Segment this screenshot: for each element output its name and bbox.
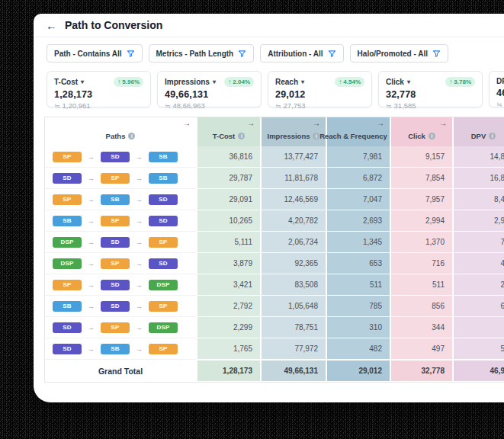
impressions-value: 4,20,782 [260,210,326,232]
metric-dropdown[interactable]: Impressions ▾ [165,78,216,86]
t-cost-value: 2,792 [196,296,260,317]
t-cost-value: 29,787 [196,168,260,189]
t-cost-value: 2,299 [196,317,260,338]
chevron-down-icon: ▾ [81,79,84,85]
compare-icon: ≒ [496,101,502,108]
metric-card: Reach ▾ ↑ 4.54% 29,012 ≒ 27,753 [268,71,372,107]
reach-value: 6,872 [326,168,390,189]
channel-badge: SB [149,173,178,184]
path-cell: SD→SB→SP [45,338,196,360]
table-row: SP→SB→SD29,09112,46,5697,0477,9578,4 [45,189,504,210]
chevron-down-icon: ▾ [301,79,304,85]
page-title: Path to Conversion [65,19,162,31]
channel-badge: SP [53,152,82,162]
table-row: SP→SD→DSP3,42183,5085115112 [45,274,504,296]
reach-value: 482 [326,338,390,360]
impressions-value: 11,81,678 [260,168,326,189]
channel-badge: SP [101,216,130,226]
click-value: 7,957 [390,189,452,210]
click-value: 856 [390,296,452,317]
arrow-right-icon: → [136,324,143,332]
impressions-value: 12,46,569 [260,189,326,210]
reach-value: 7,047 [326,189,390,210]
click-value: 344 [390,317,452,338]
table-row: SD→SP→DSP2,29978,751310344 [45,317,504,338]
arrow-right-icon: → [136,281,143,289]
t-cost-value: 3,421 [196,274,260,296]
click-value: 7,854 [390,168,452,189]
filter-funnel-icon [127,50,135,58]
column-arrow-icon[interactable]: → [183,120,191,127]
up-arrow-icon: ↑ [117,79,120,85]
t-cost-value: 29,091 [196,189,260,210]
metric-dropdown[interactable]: DPV ▾ [496,77,504,85]
reach-value: 1,345 [326,232,390,253]
click-value: 2,994 [390,210,452,232]
column-label: DPV [471,132,486,140]
filter-chip[interactable]: Halo/Promoted - All [350,44,448,62]
reach-value: 310 [326,317,390,338]
grand-total-click: 32,778 [390,360,452,382]
impressions-value: 83,508 [260,274,326,296]
table-row: SB→SD→SP2,7921,05,6487858566 [45,296,504,317]
channel-badge: SP [149,301,178,312]
filter-funnel-icon [432,50,441,58]
filter-label: Halo/Promoted - All [358,50,428,58]
metric-dropdown[interactable]: Reach ▾ [275,78,304,86]
impressions-value: 78,751 [260,317,326,338]
table-row: SD→SP→SB29,78711,81,6786,8727,85416,8 [45,168,504,189]
path-cell: SB→SP→SD [45,210,196,232]
filter-chip[interactable]: Metrics - Path Length [149,44,255,62]
dpv-value: 16,8 [452,168,504,189]
title-bar: ← Path to Conversion [34,14,504,37]
t-cost-value: 10,265 [196,210,260,232]
filter-chip[interactable]: Path - Contains All [47,44,143,62]
metric-label: Impressions [165,78,210,86]
metric-label: Click [386,78,404,86]
grand-total-row: Grand Total 1,28,173 49,66,131 29,012 32… [45,360,504,382]
column-arrow-icon[interactable]: → [439,120,447,127]
metric-dropdown[interactable]: Click ▾ [386,78,410,86]
column-label: Click [408,132,425,140]
metric-card: T-Cost ▾ ↑ 5.96% 1,28,173 ≒ 1,20,961 [47,71,151,107]
back-arrow-icon[interactable]: ← [46,20,57,31]
change-value: 2.04% [233,79,250,85]
column-arrow-icon[interactable]: → [247,120,255,127]
t-cost-value: 1,765 [196,338,260,360]
previous-value: 27,753 [284,101,306,110]
grand-total-t-cost: 1,28,173 [196,360,260,382]
column-arrow-icon[interactable]: → [313,120,320,127]
filter-chip[interactable]: Attribution - All [260,44,343,62]
arrow-right-icon: → [136,260,143,268]
reach-value: 785 [326,296,390,317]
column-header-dpv: DPVi [452,117,504,146]
column-label: T-Cost [213,132,236,140]
dpv-value: 7 [452,232,504,253]
arrow-right-icon: → [88,217,95,225]
dpv-value: 6 [452,296,504,317]
channel-badge: SB [53,216,82,226]
table-body: SP→SD→SB36,81613,77,4277,9819,15714,8SD→… [45,146,504,360]
column-arrow-icon[interactable]: → [377,120,384,127]
change-value: 4.54% [343,79,361,85]
previous-value: 48,66,963 [173,101,205,110]
channel-badge: SB [101,344,130,354]
dpv-value: 14,8 [452,146,504,168]
t-cost-value: 3,879 [196,253,260,274]
arrow-right-icon: → [88,324,95,332]
channel-badge: SP [101,258,130,269]
impressions-value: 92,365 [260,253,326,274]
dpv-value: 4 [452,253,504,274]
metric-label: DPV [496,77,504,85]
column-header-t-cost: → T-Costi [196,117,260,146]
column-label: Impressions [268,132,310,140]
channel-badge: SD [101,280,130,290]
metric-dropdown[interactable]: T-Cost ▾ [54,78,84,86]
reach-value: 7,981 [326,146,390,168]
channel-badge: SP [53,194,82,205]
reach-value: 511 [326,274,390,296]
column-header-paths: → Pathsi [45,117,196,146]
metric-previous: ≒ 31,585 [386,101,475,110]
channel-badge: SD [101,237,130,248]
metric-label: T-Cost [54,78,78,86]
